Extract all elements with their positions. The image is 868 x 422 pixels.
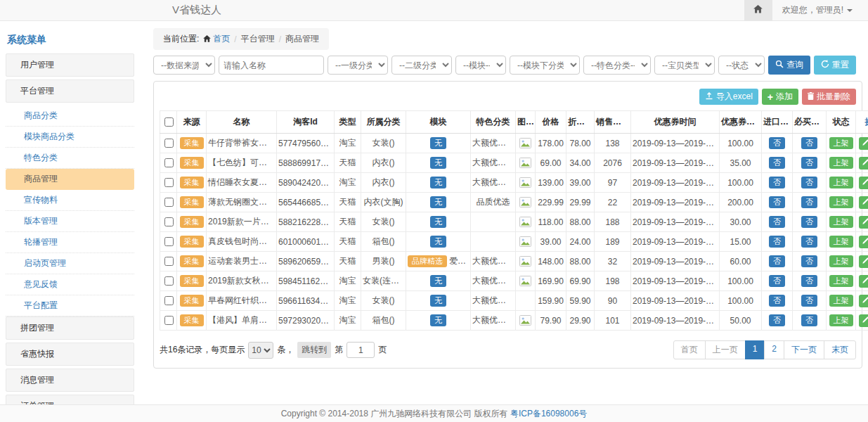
add-button[interactable]: + 添加	[762, 89, 798, 105]
per-page-select[interactable]: 10	[248, 342, 273, 359]
edit-button[interactable]	[859, 216, 868, 229]
reset-button[interactable]: 重置	[814, 56, 856, 75]
sidebar-link-item[interactable]: 模块商品分类	[6, 127, 134, 148]
icp-link[interactable]: 粤ICP备16098006号	[510, 409, 587, 418]
import-optional-toggle[interactable]: 否	[769, 255, 785, 267]
module-badge: 无	[430, 236, 446, 248]
pager-item[interactable]: 末页	[824, 340, 856, 359]
row-checkbox[interactable]	[164, 198, 174, 207]
sidebar-link-item[interactable]: 宣传物料	[6, 190, 134, 211]
user-menu[interactable]: 欢迎您，管理员!	[772, 4, 868, 16]
import-excel-button[interactable]: 导入excel	[699, 89, 758, 105]
sidebar-section-item[interactable]: 拼团管理	[6, 316, 134, 340]
select-all-checkbox[interactable]	[164, 117, 174, 127]
sidebar-section-item[interactable]: 省惠快报	[6, 343, 134, 366]
status-toggle[interactable]: 上架	[829, 314, 853, 326]
must-buy-toggle[interactable]: 否	[801, 295, 817, 307]
sidebar-link-item[interactable]: 意见反馈	[6, 274, 134, 295]
must-buy-toggle[interactable]: 否	[801, 137, 817, 149]
status-toggle[interactable]: 上架	[829, 137, 853, 149]
name-cell: 【七色纺】可爱纯棉家...	[207, 153, 277, 173]
sidebar-section-item[interactable]: 平台管理	[6, 79, 134, 103]
sidebar-link-item[interactable]: 特色分类	[6, 148, 134, 169]
import-optional-toggle[interactable]: 否	[769, 275, 785, 287]
row-checkbox[interactable]	[164, 139, 174, 148]
row-checkbox[interactable]	[164, 276, 174, 286]
sidebar-link-item[interactable]: 启动页管理	[6, 253, 134, 274]
row-checkbox[interactable]	[164, 237, 174, 246]
coupon-time-cell: 2019-09-13—2019-09-17	[631, 134, 720, 153]
search-icon	[775, 60, 784, 70]
search-button[interactable]: 查询	[768, 56, 810, 75]
page-input[interactable]	[346, 342, 375, 358]
status-toggle[interactable]: 上架	[829, 295, 853, 307]
module-select[interactable]: --模块--	[455, 56, 506, 75]
import-optional-toggle[interactable]: 否	[769, 177, 785, 188]
jump-button[interactable]: 跳转到	[297, 342, 331, 358]
pager-item[interactable]: 1	[745, 340, 765, 359]
must-buy-toggle[interactable]: 否	[801, 236, 817, 248]
edit-button[interactable]	[859, 137, 868, 150]
edit-button[interactable]	[859, 314, 868, 327]
row-checkbox[interactable]	[164, 217, 174, 226]
import-optional-toggle[interactable]: 否	[769, 314, 785, 326]
must-buy-toggle[interactable]: 否	[801, 216, 817, 228]
status-toggle[interactable]: 上架	[829, 275, 853, 287]
must-buy-toggle[interactable]: 否	[801, 157, 817, 169]
must-buy-toggle[interactable]: 否	[801, 177, 817, 188]
sidebar-link-item[interactable]: 商品分类	[6, 106, 134, 127]
import-optional-toggle[interactable]: 否	[769, 295, 785, 307]
sidebar-link-item[interactable]: 商品管理	[6, 169, 134, 190]
pager-item[interactable]: 下一页	[784, 340, 824, 359]
edit-button[interactable]	[859, 236, 868, 248]
must-buy-toggle[interactable]: 否	[801, 196, 817, 208]
row-checkbox[interactable]	[164, 316, 174, 325]
edit-button[interactable]	[859, 196, 868, 209]
pager-item[interactable]: 上一页	[705, 340, 746, 359]
home-button[interactable]	[744, 0, 772, 20]
sidebar-link-item[interactable]: 平台配置	[6, 295, 134, 316]
data-source-select[interactable]: --数据来源--	[153, 56, 215, 75]
sales-cell: 22	[595, 193, 631, 212]
feature-cell: 大额优惠券	[471, 134, 516, 153]
row-checkbox[interactable]	[164, 296, 174, 305]
module-subcategory-select[interactable]: --模块下分类--	[510, 56, 580, 75]
status-toggle[interactable]: 上架	[829, 236, 853, 248]
edit-button[interactable]	[859, 157, 868, 170]
level1-category-select[interactable]: --一级分类	[328, 56, 388, 75]
status-toggle[interactable]: 上架	[829, 216, 853, 228]
import-optional-toggle[interactable]: 否	[769, 137, 785, 149]
pager-item[interactable]: 首页	[673, 340, 706, 359]
feature-category-select[interactable]: --特色分类--	[583, 56, 651, 75]
import-optional-toggle[interactable]: 否	[769, 236, 785, 248]
edit-button[interactable]	[859, 275, 868, 288]
edit-button[interactable]	[859, 295, 868, 307]
sidebar-link-item[interactable]: 轮播管理	[6, 232, 134, 253]
import-optional-toggle[interactable]: 否	[769, 157, 785, 169]
breadcrumb-home-link[interactable]: 首页	[203, 33, 230, 45]
sidebar-section-item[interactable]: 用户管理	[6, 53, 134, 77]
status-toggle[interactable]: 上架	[829, 157, 853, 169]
status-toggle[interactable]: 上架	[829, 177, 853, 188]
import-optional-toggle[interactable]: 否	[769, 196, 785, 208]
row-checkbox[interactable]	[164, 257, 174, 266]
edit-button[interactable]	[859, 255, 868, 268]
level2-category-select[interactable]: --二级分类--	[391, 56, 452, 75]
sidebar-link-item[interactable]: 版本管理	[6, 211, 134, 232]
must-buy-toggle[interactable]: 否	[801, 275, 817, 287]
status-toggle[interactable]: 上架	[829, 255, 853, 267]
name-input[interactable]	[219, 56, 324, 75]
item-type-select[interactable]: --宝贝类型--	[654, 56, 715, 75]
row-checkbox[interactable]	[164, 158, 174, 167]
status-select[interactable]: --状态--	[718, 56, 765, 75]
status-toggle[interactable]: 上架	[829, 196, 853, 208]
import-optional-toggle[interactable]: 否	[769, 216, 785, 228]
pager-item[interactable]: 2	[764, 340, 784, 359]
sidebar-section-item[interactable]: 消息管理	[6, 369, 134, 392]
must-buy-toggle[interactable]: 否	[801, 255, 817, 267]
must-buy-toggle[interactable]: 否	[801, 314, 817, 326]
feature-cell: 大额优惠券	[471, 252, 516, 271]
row-checkbox[interactable]	[164, 178, 174, 187]
edit-button[interactable]	[859, 177, 868, 189]
batch-delete-button[interactable]: 批量删除	[802, 89, 856, 105]
